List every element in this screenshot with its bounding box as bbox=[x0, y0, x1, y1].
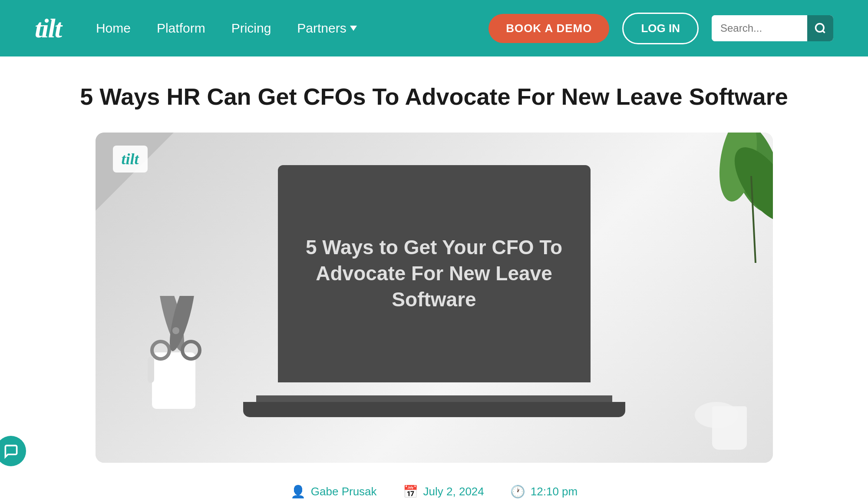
screen-text: 5 Ways to Get Your CFO To Advocate For N… bbox=[278, 217, 591, 330]
search-icon bbox=[814, 22, 826, 34]
scissors-decoration bbox=[148, 296, 213, 419]
svg-point-12 bbox=[172, 327, 179, 334]
laptop-base bbox=[243, 402, 625, 417]
nav-links: Home Platform Pricing Partners bbox=[96, 21, 488, 36]
laptop-screen: 5 Ways to Get Your CFO To Advocate For N… bbox=[278, 165, 591, 382]
date-meta: 📅 July 2, 2024 bbox=[403, 484, 484, 499]
scissors-svg bbox=[148, 296, 213, 418]
laptop-hinge bbox=[256, 395, 612, 402]
nav-partners[interactable]: Partners bbox=[297, 21, 356, 36]
svg-line-1 bbox=[822, 30, 825, 33]
chevron-down-icon bbox=[350, 26, 357, 31]
image-logo: tilt bbox=[113, 146, 148, 173]
author-meta: 👤 Gabe Prusak bbox=[290, 484, 377, 499]
nav-actions: BOOK A DEMO LOG IN bbox=[488, 13, 833, 44]
plant-svg bbox=[695, 133, 773, 285]
plant-decoration bbox=[695, 133, 773, 285]
cup-decoration bbox=[712, 406, 747, 450]
login-button[interactable]: LOG IN bbox=[622, 13, 699, 44]
book-demo-button[interactable]: BOOK A DEMO bbox=[488, 14, 609, 43]
author-name[interactable]: Gabe Prusak bbox=[311, 485, 377, 498]
article-hero-image: tilt 5 Ways to Get Your CFO To Advocate … bbox=[96, 133, 773, 463]
svg-point-0 bbox=[816, 24, 824, 32]
search-button[interactable] bbox=[807, 15, 833, 41]
author-icon: 👤 bbox=[290, 484, 306, 499]
navbar: tilt Home Platform Pricing Partners BOOK… bbox=[0, 0, 868, 56]
clock-icon: 🕐 bbox=[510, 484, 525, 499]
logo[interactable]: tilt bbox=[35, 13, 61, 44]
article-meta: 👤 Gabe Prusak 📅 July 2, 2024 🕐 12:10 pm bbox=[43, 484, 825, 499]
nav-platform[interactable]: Platform bbox=[157, 21, 205, 36]
main-content: 5 Ways HR Can Get CFOs To Advocate For N… bbox=[0, 56, 868, 501]
image-background: tilt 5 Ways to Get Your CFO To Advocate … bbox=[96, 133, 773, 463]
svg-rect-6 bbox=[152, 352, 195, 409]
article-time: 12:10 pm bbox=[531, 485, 578, 498]
nav-pricing[interactable]: Pricing bbox=[231, 21, 271, 36]
nav-home[interactable]: Home bbox=[96, 21, 131, 36]
article-date: July 2, 2024 bbox=[423, 485, 484, 498]
search-input[interactable] bbox=[712, 15, 807, 41]
laptop-graphic: 5 Ways to Get Your CFO To Advocate For N… bbox=[243, 178, 625, 417]
time-meta: 🕐 12:10 pm bbox=[510, 484, 578, 499]
svg-rect-7 bbox=[148, 357, 154, 383]
search-wrapper bbox=[712, 15, 833, 41]
chat-icon bbox=[3, 444, 19, 459]
calendar-icon: 📅 bbox=[403, 484, 418, 499]
article-title: 5 Ways HR Can Get CFOs To Advocate For N… bbox=[43, 83, 825, 111]
